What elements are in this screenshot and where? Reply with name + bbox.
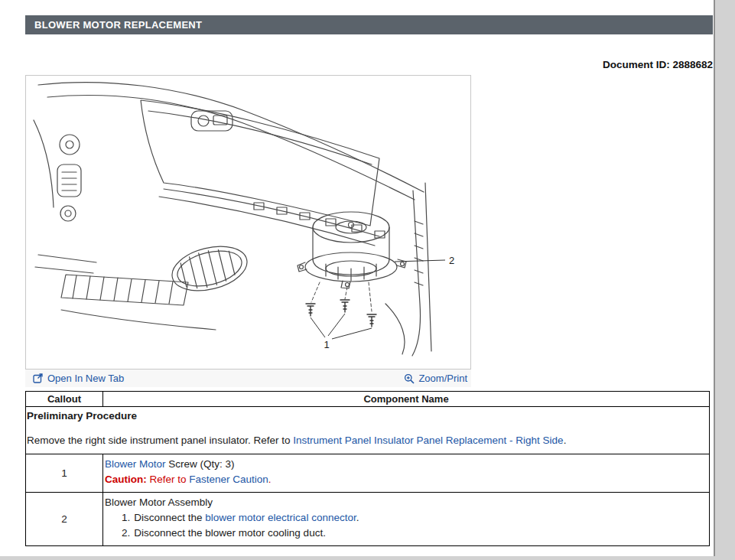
blower-motor-electrical-connector-link[interactable]: blower motor electrical connector [205,512,356,523]
column-header-callout: Callout [26,392,103,407]
preliminary-procedure-title: Preliminary Procedure [27,410,706,422]
figure-callout-2: 2 [449,255,454,266]
page: BLOWER MOTOR REPLACEMENT Document ID: 28… [0,0,715,556]
zoom-print-label: Zoom/Print [418,373,467,384]
callout-number-1: 1 [26,454,103,493]
step-line-1: 1.Disconnect the blower motor electrical… [105,510,706,526]
callout-number-2: 2 [26,493,103,546]
caution-text: Refer to [147,474,190,485]
caution-line: Caution: Refer to Fastener Caution. [105,472,706,487]
fastener-caution-link[interactable]: Fastener Caution [189,474,268,485]
step-text: Disconnect the blower motor cooling duct… [134,527,326,539]
step-number: 2. [122,527,130,539]
figure-toolbar: Open In New Tab Zoom/Print [25,370,471,387]
step-text: Disconnect the [134,512,205,523]
page-title: BLOWER MOTOR REPLACEMENT [34,19,202,31]
component-name-line: Blower Motor Screw (Qty: 3) [105,457,706,472]
callout-table: Callout Component Name Preliminary Proce… [25,391,710,546]
caution-suffix: . [268,474,272,485]
column-header-component-name: Component Name [103,392,710,407]
zoom-print-link[interactable]: Zoom/Print [404,373,467,384]
component-cell-1: Blower Motor Screw (Qty: 3) Caution: Ref… [103,454,710,493]
table-header-row: Callout Component Name [26,392,710,407]
step-suffix: . [356,512,359,523]
step-number: 1. [122,512,130,523]
open-in-new-tab-label: Open In New Tab [47,373,124,384]
preliminary-procedure-row: Preliminary Procedure Remove the right s… [26,407,710,454]
figure-callout-1: 1 [324,339,329,350]
preliminary-procedure-text: Remove the right side instrument panel i… [27,434,706,448]
caution-label: Caution: [105,474,147,485]
figure-image: 1 2 [25,75,471,370]
technical-illustration: 1 2 [26,76,470,369]
document-id: Document ID: 2888682 [25,59,713,70]
step-line-2: 2.Disconnect the blower motor cooling du… [105,526,706,541]
preliminary-suffix: . [564,435,567,446]
component-cell-2: Blower Motor Assembly 1.Disconnect the b… [103,493,710,546]
blower-motor-link[interactable]: Blower Motor [105,458,166,470]
figure-container: 1 2 Open In New Tab Zoom/Print [25,75,471,387]
preliminary-procedure-cell: Preliminary Procedure Remove the right s… [26,407,710,454]
section-header-bar: BLOWER MOTOR REPLACEMENT [25,15,713,34]
component-name-rest: Screw (Qty: 3) [166,458,235,470]
callout-row-2: 2 Blower Motor Assembly 1.Disconnect the… [26,493,710,546]
component-title: Blower Motor Assembly [105,495,706,510]
callout-row-1: 1 Blower Motor Screw (Qty: 3) Caution: R… [26,454,710,493]
open-in-new-tab-link[interactable]: Open In New Tab [33,373,124,384]
open-in-new-tab-icon [33,373,44,383]
zoom-icon [404,373,415,384]
instrument-panel-insulator-replacement-link[interactable]: Instrument Panel Insulator Panel Replace… [293,435,563,446]
preliminary-text: Remove the right side instrument panel i… [27,435,293,446]
